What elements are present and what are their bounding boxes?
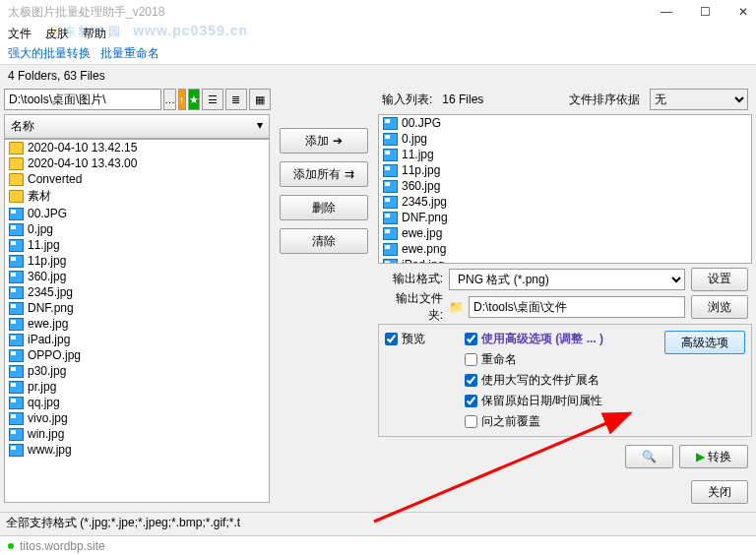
- add-all-button[interactable]: 添加所有 ⇉: [280, 161, 368, 187]
- tab-batch-rename[interactable]: 批量重命名: [100, 45, 159, 62]
- list-item[interactable]: 2345.jpg: [379, 194, 751, 210]
- remove-button[interactable]: 删除: [280, 195, 368, 220]
- view-list-icon[interactable]: ≣: [225, 89, 247, 110]
- image-icon: [9, 412, 24, 425]
- menu-help[interactable]: 帮助: [83, 26, 106, 42]
- list-item[interactable]: DNF.png: [5, 300, 269, 316]
- sort-label: 文件排序依据: [569, 92, 640, 108]
- advanced-options-checkbox[interactable]: 使用高级选项 (调整 ... ): [465, 331, 603, 347]
- source-file-list[interactable]: 2020-04-10 13.42.152020-04-10 13.43.00Co…: [4, 139, 270, 503]
- image-icon: [9, 428, 24, 441]
- image-icon: [383, 117, 398, 130]
- clear-button[interactable]: 清除: [280, 228, 368, 254]
- tab-batch-convert[interactable]: 强大的批量转换: [8, 45, 91, 62]
- list-item[interactable]: pr.jpg: [5, 379, 269, 395]
- list-item[interactable]: 360.jpg: [379, 178, 751, 194]
- list-item[interactable]: DNF.png: [379, 210, 751, 225]
- view-details-icon[interactable]: ☰: [202, 89, 223, 110]
- list-item[interactable]: 0.jpg: [379, 131, 751, 147]
- image-icon: [383, 259, 398, 264]
- convert-button[interactable]: ▶ 转换: [679, 445, 748, 468]
- output-folder-input[interactable]: [469, 296, 685, 318]
- list-item[interactable]: 11p.jpg: [379, 162, 751, 178]
- preview-checkbox[interactable]: 预览: [385, 331, 425, 347]
- sort-select[interactable]: 无: [650, 89, 748, 110]
- list-item[interactable]: www.jpg: [5, 442, 269, 458]
- add-button[interactable]: 添加 ➔: [280, 128, 368, 154]
- list-item[interactable]: ewe.png: [379, 241, 751, 257]
- list-item[interactable]: ewe.jpg: [5, 316, 269, 332]
- image-icon: [9, 286, 24, 299]
- list-item[interactable]: ewe.jpg: [379, 225, 751, 241]
- supported-formats-label: 全部支持格式 (*.jpg;*.jpe;*.jpeg;*.bmp;*.gif;*…: [0, 512, 756, 533]
- image-icon: [9, 444, 24, 457]
- list-item[interactable]: iPad.jpg: [5, 332, 269, 347]
- menu-file[interactable]: 文件: [8, 26, 32, 42]
- image-icon: [9, 381, 24, 394]
- ask-overwrite-checkbox[interactable]: 问之前覆盖: [465, 413, 603, 430]
- column-menu-icon[interactable]: ▾: [257, 118, 263, 135]
- image-icon: [9, 302, 24, 315]
- minimize-icon[interactable]: —: [661, 5, 672, 19]
- list-item[interactable]: 11p.jpg: [5, 253, 269, 269]
- list-item[interactable]: vivo.jpg: [5, 410, 269, 426]
- image-icon: [383, 196, 398, 209]
- browse-output-button[interactable]: 浏览: [691, 295, 748, 319]
- advanced-options-button[interactable]: 高级选项: [664, 331, 745, 354]
- image-icon: [383, 243, 398, 256]
- input-file-list[interactable]: 00.JPG0.jpg11.jpg11p.jpg360.jpg2345.jpgD…: [378, 114, 752, 264]
- preview-search-button[interactable]: 🔍: [625, 445, 673, 468]
- list-item[interactable]: 00.JPG: [5, 206, 269, 221]
- list-item[interactable]: iPad.jpg: [379, 257, 751, 264]
- image-icon: [383, 164, 398, 177]
- folder-file-count: 4 Folders, 63 Files: [0, 65, 756, 87]
- list-item[interactable]: 2345.jpg: [5, 284, 269, 300]
- list-item[interactable]: win.jpg: [5, 426, 269, 442]
- image-icon: [9, 365, 24, 378]
- list-item[interactable]: Converted: [5, 171, 269, 187]
- settings-button[interactable]: 设置: [691, 268, 748, 291]
- image-icon: [9, 349, 24, 362]
- output-format-label: 输出格式:: [382, 271, 443, 287]
- list-item[interactable]: 11.jpg: [379, 147, 751, 162]
- menu-skin[interactable]: 皮肤: [45, 26, 69, 42]
- uppercase-ext-checkbox[interactable]: 使用大写的文件扩展名: [465, 372, 603, 389]
- image-icon: [9, 318, 24, 331]
- rename-checkbox[interactable]: 重命名: [465, 351, 603, 368]
- close-icon[interactable]: ✕: [738, 5, 748, 19]
- list-item[interactable]: 素材: [5, 187, 269, 206]
- output-format-select[interactable]: PNG 格式 (*.png): [449, 269, 685, 290]
- image-icon: [383, 227, 398, 240]
- image-icon: [9, 271, 24, 283]
- window-title: 太极图片批量处理助手_v2018: [8, 4, 661, 21]
- image-icon: [383, 180, 398, 193]
- folder-icon: [9, 190, 24, 203]
- list-item[interactable]: 00.JPG: [379, 115, 751, 131]
- list-item[interactable]: qq.jpg: [5, 395, 269, 410]
- folder-icon: [9, 173, 24, 186]
- favorites-button[interactable]: ★: [188, 89, 200, 110]
- image-icon: [9, 223, 24, 236]
- list-item[interactable]: OPPO.jpg: [5, 347, 269, 363]
- list-item[interactable]: 11.jpg: [5, 237, 269, 253]
- keep-date-checkbox[interactable]: 保留原始日期/时间属性: [465, 393, 603, 409]
- close-button[interactable]: 关闭: [691, 480, 748, 504]
- list-item[interactable]: p30.jpg: [5, 363, 269, 379]
- list-item[interactable]: 2020-04-10 13.43.00: [5, 155, 269, 171]
- browse-path-button[interactable]: …: [163, 89, 176, 110]
- list-item[interactable]: 0.jpg: [5, 221, 269, 237]
- list-item[interactable]: 2020-04-10 13.42.15: [5, 140, 269, 155]
- options-panel: 预览 使用高级选项 (调整 ... ) 重命名 使用大写的文件扩展名 保留原始日…: [378, 324, 752, 437]
- input-list-label: 输入列表:: [382, 92, 432, 108]
- column-name[interactable]: 名称: [11, 118, 34, 135]
- image-icon: [9, 239, 24, 252]
- up-folder-button[interactable]: ↑: [178, 89, 186, 110]
- view-thumb-icon[interactable]: ▦: [249, 89, 271, 110]
- maximize-icon[interactable]: ☐: [700, 5, 711, 19]
- folder-icon: [9, 157, 24, 170]
- path-input[interactable]: [4, 89, 161, 110]
- list-item[interactable]: 360.jpg: [5, 269, 269, 284]
- status-dot-icon: [8, 543, 14, 549]
- output-folder-label: 输出文件夹:: [382, 290, 443, 324]
- input-count: 16 Files: [442, 92, 483, 106]
